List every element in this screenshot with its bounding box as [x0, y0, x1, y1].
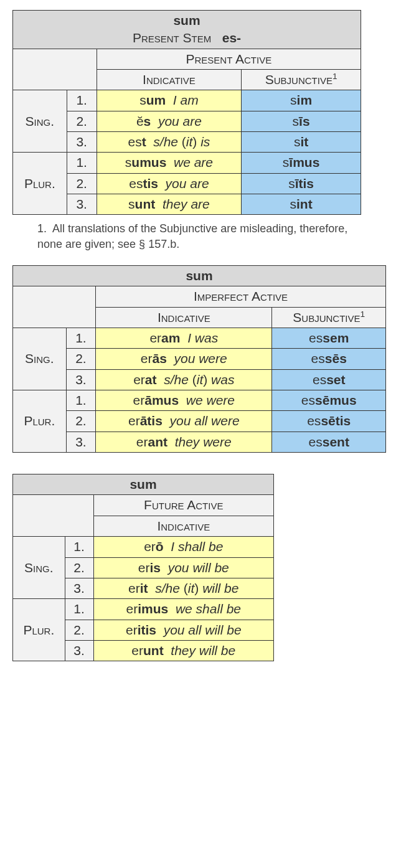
person-num: 1. [67, 153, 97, 173]
sing-label: Sing. [13, 537, 65, 599]
person-num: 2. [65, 557, 93, 578]
future-title: sum [13, 474, 274, 495]
verb-name: sum [173, 13, 200, 27]
sing-label: Sing. [13, 328, 67, 390]
plur-label: Plur. [13, 599, 65, 661]
subj-cell: essent [272, 432, 386, 452]
blank-header [13, 495, 94, 537]
stem-label: Present Stem [133, 31, 211, 45]
indicative-header: Indicative [93, 516, 273, 536]
subjunctive-header: Subjunctive1 [242, 70, 361, 90]
indicative-header: Indicative [97, 70, 242, 90]
plur-label: Plur. [13, 153, 67, 215]
imperfect-title: sum [13, 266, 386, 286]
subj-cell: esset [272, 369, 386, 390]
person-num: 1. [66, 328, 95, 349]
subj-cell: essēs [272, 349, 386, 369]
person-num: 3. [65, 640, 93, 661]
ind-cell: erātis you all were [96, 411, 272, 432]
subjunctive-header: Subjunctive1 [272, 307, 386, 328]
person-num: 3. [66, 369, 95, 390]
ind-cell: erunt they will be [93, 640, 273, 661]
ind-cell: eris you will be [93, 557, 273, 578]
stem-value: es- [222, 31, 241, 45]
footnote-num: 1. [37, 221, 50, 236]
blank-header [13, 286, 96, 328]
tense-header: Present Active [97, 49, 361, 69]
ind-cell: erāmus we were [96, 390, 272, 411]
ind-cell: erit s/he (it) will be [93, 578, 273, 598]
ind-cell: eram I was [96, 328, 272, 349]
tense-header: Imperfect Active [96, 286, 386, 307]
person-num: 1. [65, 599, 93, 620]
person-num: 1. [67, 90, 97, 111]
ind-cell: sumus we are [97, 153, 242, 173]
person-num: 3. [65, 578, 93, 598]
subj-cell: sint [242, 194, 361, 215]
ind-cell: sunt they are [97, 194, 242, 215]
ind-cell: erimus we shall be [93, 599, 273, 620]
person-num: 2. [66, 411, 95, 432]
subj-cell: sīmus [242, 153, 361, 173]
person-num: 2. [67, 111, 97, 131]
ind-cell: erant they were [96, 432, 272, 452]
person-num: 2. [66, 349, 95, 369]
person-num: 3. [66, 432, 95, 452]
subj-cell: sim [242, 90, 361, 111]
ind-cell: sum I am [97, 90, 242, 111]
ind-cell: estis you are [97, 173, 242, 194]
footnote-text: All translations of the Subjunctive are … [37, 222, 347, 250]
subj-cell: sit [242, 132, 361, 153]
future-table: sum Future Active Indicative Sing. 1. er… [12, 474, 274, 661]
person-num: 3. [67, 132, 97, 153]
subj-cell: sīs [242, 111, 361, 131]
person-num: 2. [65, 620, 93, 640]
ind-cell: erat s/he (it) was [96, 369, 272, 390]
ind-cell: erās you were [96, 349, 272, 369]
plur-label: Plur. [13, 390, 67, 453]
blank-header [13, 49, 97, 90]
person-num: 1. [65, 537, 93, 557]
sing-label: Sing. [13, 90, 67, 153]
imperfect-table: sum Imperfect Active Indicative Subjunct… [12, 265, 386, 453]
footnote: 1. All translations of the Subjunctive a… [37, 221, 361, 252]
ind-cell: est s/he (it) is [97, 132, 242, 153]
person-num: 2. [67, 173, 97, 194]
present-title: sum Present Stem es- [13, 11, 361, 49]
tense-header: Future Active [93, 495, 273, 516]
ind-cell: ĕs you are [97, 111, 242, 131]
ind-cell: erō I shall be [93, 537, 273, 557]
subj-cell: sītis [242, 173, 361, 194]
subj-cell: essēmus [272, 390, 386, 411]
person-num: 3. [67, 194, 97, 215]
ind-cell: eritis you all will be [93, 620, 273, 640]
subj-cell: essētis [272, 411, 386, 432]
person-num: 1. [66, 390, 95, 411]
subj-cell: essem [272, 328, 386, 349]
indicative-header: Indicative [96, 307, 272, 328]
present-table: sum Present Stem es- Present Active Indi… [12, 10, 361, 215]
